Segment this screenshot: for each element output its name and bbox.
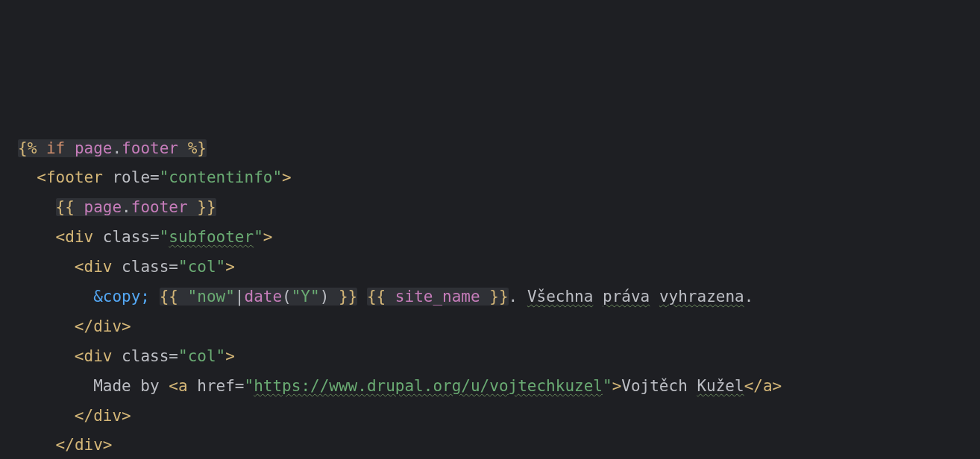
code-line: Made by <a href="https://www.drupal.org/… xyxy=(18,372,962,402)
code-line: </div> xyxy=(18,312,962,342)
code-line: </div> xyxy=(18,431,962,459)
twig-close: %} xyxy=(188,139,207,157)
tag-footer: footer xyxy=(46,168,103,186)
href-url: https://www.drupal.org/u/vojtechkuzel xyxy=(254,377,603,395)
code-line: &copy; {{ "now"|date("Y") }} {{ site_nam… xyxy=(18,282,962,312)
twig-open: {% xyxy=(18,139,46,157)
twig-var: page xyxy=(65,139,112,157)
code-line: <div class="subfooter"> xyxy=(18,223,962,253)
code-line: <footer role="contentinfo"> xyxy=(18,163,962,193)
code-line: <div class="col"> xyxy=(18,253,962,282)
code-line: {{ page.footer }} xyxy=(18,193,962,223)
code-editor[interactable]: {% if page.footer %} <footer role="conte… xyxy=(18,134,962,459)
class-subfooter: subfooter xyxy=(169,228,254,246)
code-line: <div class="col"> xyxy=(18,342,962,372)
html-entity: &copy; xyxy=(93,288,150,306)
code-line: {% if page.footer %} xyxy=(18,134,962,164)
code-line: </div> xyxy=(18,402,962,431)
twig-keyword: if xyxy=(46,139,65,157)
